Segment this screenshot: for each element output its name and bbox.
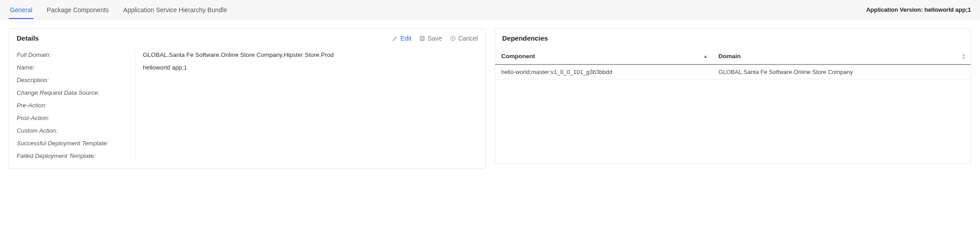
detail-label: Post-Action: xyxy=(17,112,128,125)
cell-domain: GLOBAL.Santa Fe Software.Online Store Co… xyxy=(712,65,971,79)
column-header-domain[interactable]: Domain ▲ ▼ xyxy=(712,48,971,65)
detail-value: GLOBAL.Santa Fe Software.Online Store Co… xyxy=(143,49,478,62)
details-panel: Details Edit Save xyxy=(9,28,486,169)
detail-label: Change Request Data Source: xyxy=(17,87,128,100)
pencil-icon xyxy=(392,35,399,42)
save-icon xyxy=(419,35,426,42)
tab-package-components[interactable]: Package Components xyxy=(46,4,110,19)
svg-rect-1 xyxy=(421,38,424,40)
edit-label: Edit xyxy=(401,35,411,42)
detail-label: Description: xyxy=(17,74,128,87)
version-value: helloworld app;1 xyxy=(925,6,971,13)
tab-service-hierarchy[interactable]: Application Service Hierarchy Bundle xyxy=(123,4,228,19)
sort-icon: ▲ xyxy=(703,55,708,58)
top-bar: General Package Components Application S… xyxy=(0,0,980,19)
details-panel-header: Details Edit Save xyxy=(9,29,485,46)
detail-label: Full Domain: xyxy=(17,49,128,62)
table-header-row: Component ▲ Domain ▲ ▼ xyxy=(495,48,971,65)
column-label: Domain xyxy=(719,53,741,60)
dependencies-table: Component ▲ Domain ▲ ▼ xyxy=(495,48,971,79)
detail-value xyxy=(143,74,478,87)
detail-value xyxy=(143,150,478,163)
details-body: Full Domain: Name: Description: Change R… xyxy=(9,46,485,168)
dependencies-title: Dependencies xyxy=(502,34,548,42)
sort-icon: ▲ ▼ xyxy=(962,53,966,60)
dependencies-panel-header: Dependencies xyxy=(495,29,971,46)
detail-value xyxy=(143,112,478,125)
detail-value: helloworld app;1 xyxy=(143,62,478,74)
detail-value xyxy=(143,100,478,112)
column-header-component[interactable]: Component ▲ xyxy=(495,48,712,65)
dependencies-body: Component ▲ Domain ▲ ▼ xyxy=(495,46,971,79)
details-actions: Edit Save Cancel xyxy=(392,35,478,42)
detail-label: Custom Action: xyxy=(17,125,128,138)
detail-label: Failed Deployment Template: xyxy=(17,150,128,163)
cell-component: hello-world;master:v1_0_0_101_g3b3bbdd xyxy=(495,65,712,79)
detail-label: Pre-Action: xyxy=(17,100,128,112)
dependencies-panel: Dependencies Component ▲ Domain xyxy=(495,28,971,164)
detail-value xyxy=(143,87,478,100)
details-labels-column: Full Domain: Name: Description: Change R… xyxy=(9,49,136,163)
detail-value xyxy=(143,125,478,138)
details-title: Details xyxy=(17,34,39,42)
application-version: Application Version: helloworld app;1 xyxy=(866,6,971,17)
edit-button[interactable]: Edit xyxy=(392,35,411,42)
content-area: Details Edit Save xyxy=(0,19,980,178)
table-row[interactable]: hello-world;master:v1_0_0_101_g3b3bbdd G… xyxy=(495,65,971,79)
cancel-button[interactable]: Cancel xyxy=(449,35,478,42)
save-label: Save xyxy=(428,35,442,42)
svg-rect-0 xyxy=(420,36,424,40)
detail-label: Successful Deployment Template: xyxy=(17,138,128,150)
version-label: Application Version: xyxy=(866,6,923,13)
column-label: Component xyxy=(501,53,535,60)
cancel-icon xyxy=(449,35,456,42)
tab-strip: General Package Components Application S… xyxy=(9,4,228,19)
cancel-label: Cancel xyxy=(458,35,478,42)
sort-asc-icon: ▲ xyxy=(703,55,708,58)
tab-general[interactable]: General xyxy=(9,4,33,19)
details-values-column: GLOBAL.Santa Fe Software.Online Store Co… xyxy=(136,49,485,163)
detail-value xyxy=(143,138,478,150)
save-button[interactable]: Save xyxy=(419,35,442,42)
detail-label: Name: xyxy=(17,62,128,74)
sort-desc-icon: ▼ xyxy=(962,56,966,60)
